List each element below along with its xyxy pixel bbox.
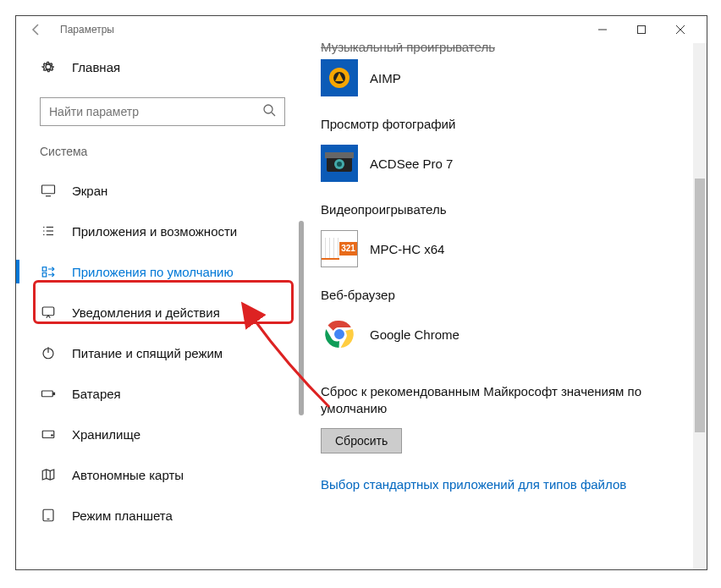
map-icon [40, 467, 57, 482]
close-button[interactable] [661, 16, 700, 43]
app-row-photos[interactable]: ACDSee Pro 7 [321, 140, 698, 187]
nav-item-notifications[interactable]: Уведомления и действия [40, 292, 304, 332]
nav-item-tablet-mode[interactable]: Режим планшета [40, 495, 304, 536]
arrow-left-icon [30, 23, 43, 36]
nav-label: Питание и спящий режим [72, 346, 223, 360]
svg-rect-1 [638, 26, 646, 34]
nav-item-storage[interactable]: Хранилище [40, 414, 304, 454]
acdsee-icon [321, 145, 358, 182]
main-scrollbar[interactable] [693, 43, 707, 569]
truncated-section-title: Музыкальный проигрыватель [321, 43, 698, 54]
svg-rect-16 [42, 307, 54, 316]
svg-point-4 [264, 105, 272, 113]
main-scrollbar-thumb[interactable] [695, 179, 705, 432]
battery-icon [40, 386, 57, 401]
search-input[interactable] [40, 97, 285, 126]
window-title: Параметры [60, 24, 114, 36]
section-title-photos: Просмотр фотографий [321, 117, 698, 131]
nav-item-apps-features[interactable]: Приложения и возможности [40, 211, 304, 251]
svg-point-22 [52, 435, 53, 437]
nav-item-default-apps[interactable]: Приложения по умолчанию [40, 251, 304, 292]
nav-list: Экран Приложения и возможности Приложени… [40, 170, 304, 536]
svg-rect-19 [42, 391, 53, 397]
content-area: Главная Система Экран Приложения и возмо… [16, 43, 707, 569]
svg-rect-20 [53, 393, 55, 394]
home-button[interactable]: Главная [40, 50, 304, 84]
app-name: ACDSee Pro 7 [370, 157, 453, 171]
monitor-icon [40, 183, 57, 198]
main-panel: Музыкальный проигрыватель AIMP Просмотр … [304, 43, 707, 569]
app-row-browser[interactable]: Google Chrome [321, 310, 698, 358]
app-name: MPC-HC x64 [370, 242, 444, 256]
list-icon [40, 223, 57, 239]
nav-label: Приложения по умолчанию [72, 265, 234, 279]
section-title-browser: Веб-браузер [321, 288, 698, 302]
nav-label: Хранилище [72, 427, 140, 442]
home-label: Главная [72, 60, 120, 74]
svg-rect-6 [42, 185, 55, 194]
chrome-icon [321, 316, 358, 353]
gear-icon [40, 59, 57, 74]
search-icon [262, 103, 276, 120]
svg-rect-14 [42, 267, 47, 272]
app-name: AIMP [370, 71, 401, 85]
aimp-icon [321, 59, 358, 96]
notification-icon [40, 305, 57, 320]
settings-window: Параметры Главная Система [15, 15, 707, 570]
svg-rect-31 [325, 152, 354, 158]
group-label: Система [40, 145, 304, 158]
app-row-video[interactable]: 321 MPC-HC x64 [321, 225, 698, 272]
sidebar: Главная Система Экран Приложения и возмо… [16, 43, 304, 569]
back-button[interactable] [23, 16, 50, 43]
file-types-link[interactable]: Выбор стандартных приложений для типов ф… [321, 477, 698, 492]
nav-label: Уведомления и действия [72, 305, 220, 320]
svg-line-5 [272, 113, 275, 116]
nav-label: Приложения и возможности [72, 224, 237, 239]
nav-label: Автономные карты [72, 468, 184, 482]
svg-rect-15 [42, 273, 47, 278]
nav-item-battery[interactable]: Батарея [40, 373, 304, 414]
mpc-icon: 321 [321, 230, 358, 267]
reset-description: Сброс к рекомендованным Майкрософт значе… [321, 383, 659, 418]
default-apps-icon [40, 264, 57, 279]
section-title-video: Видеопроигрыватель [321, 202, 698, 217]
maximize-button[interactable] [622, 16, 661, 43]
power-icon [40, 345, 57, 360]
search-field[interactable] [49, 105, 262, 118]
nav-item-offline-maps[interactable]: Автономные карты [40, 454, 304, 495]
app-row-music[interactable]: AIMP [321, 54, 698, 102]
titlebar: Параметры [16, 16, 707, 43]
tablet-icon [40, 508, 57, 523]
nav-item-display[interactable]: Экран [40, 170, 304, 211]
window-controls [583, 16, 700, 43]
reset-button[interactable]: Сбросить [321, 428, 402, 453]
nav-label: Экран [72, 184, 107, 198]
nav-label: Режим планшета [72, 508, 173, 523]
svg-point-33 [337, 162, 342, 167]
storage-icon [40, 426, 57, 442]
nav-item-power-sleep[interactable]: Питание и спящий режим [40, 332, 304, 373]
minimize-button[interactable] [583, 16, 622, 43]
app-name: Google Chrome [370, 327, 460, 342]
nav-label: Батарея [72, 387, 121, 401]
